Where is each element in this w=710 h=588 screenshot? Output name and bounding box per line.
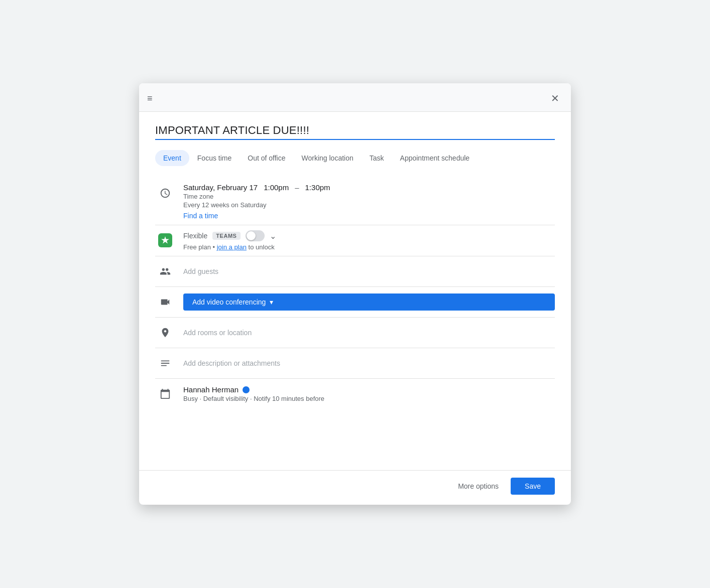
flexible-content: Flexible TEAMS ⌄ Free plan • join a plan… [183,230,555,251]
more-options-button[interactable]: More options [452,478,505,494]
description-content[interactable]: Add description or attachments [183,353,555,373]
free-plan-prefix: Free plan • [183,243,217,251]
add-video-conferencing-button[interactable]: Add video conferencing ▾ [183,293,555,311]
find-a-time-link[interactable]: Find a time [183,212,555,220]
event-dialog: ≡ ✕ Event Focus time Out of office Worki… [139,83,571,505]
close-icon[interactable]: ✕ [547,90,563,106]
tab-appointment-schedule[interactable]: Appointment schedule [392,150,478,166]
flexible-toggle-row: Flexible TEAMS ⌄ [183,230,555,241]
event-title-input[interactable] [155,124,555,140]
flexible-label: Flexible [183,232,207,240]
calendar-color-dot [243,386,250,393]
datetime-row: Saturday, February 17 1:00pm – 1:30pm Ti… [155,178,555,225]
guests-icon [155,261,175,281]
calendar-name-text: Hannah Herman [183,385,239,394]
tab-focus-time[interactable]: Focus time [189,150,240,166]
flexible-toggle[interactable] [246,230,265,241]
free-plan-line: Free plan • join a plan to unlock [183,243,555,251]
video-content: Add video conferencing ▾ [183,292,555,312]
guests-row[interactable]: Add guests [155,256,555,286]
hamburger-icon[interactable]: ≡ [147,93,153,104]
start-time: 1:00pm [264,183,289,192]
tabs-row: Event Focus time Out of office Working l… [155,150,555,166]
dialog-body: Event Focus time Out of office Working l… [139,112,571,470]
calendar-icon [155,384,175,404]
toggle-knob [247,231,256,240]
event-date: Saturday, February 17 [183,183,258,192]
video-row: Add video conferencing ▾ [155,287,555,317]
tab-event[interactable]: Event [155,150,189,166]
location-row[interactable]: Add rooms or location [155,318,555,348]
date-time-line[interactable]: Saturday, February 17 1:00pm – 1:30pm [183,183,555,192]
datetime-content: Saturday, February 17 1:00pm – 1:30pm Ti… [183,183,555,220]
tab-task[interactable]: Task [362,150,392,166]
description-icon [155,353,175,373]
free-plan-suffix: to unlock [247,243,275,251]
timezone-label[interactable]: Time zone [183,193,555,200]
end-time: 1:30pm [305,183,330,192]
flexible-row: Flexible TEAMS ⌄ Free plan • join a plan… [155,225,555,256]
location-placeholder: Add rooms or location [183,329,555,337]
location-content[interactable]: Add rooms or location [183,323,555,343]
time-dash: – [295,183,299,192]
dialog-header: ≡ ✕ [139,83,571,112]
calendar-sub-info: Busy · Default visibility · Notify 10 mi… [183,395,555,402]
ai-star-icon [155,230,175,250]
description-placeholder: Add description or attachments [183,359,555,367]
calendar-owner-name: Hannah Herman [183,385,555,394]
save-button[interactable]: Save [511,478,555,495]
dialog-footer: More options Save [139,470,571,505]
join-plan-link[interactable]: join a plan [217,243,247,251]
recurrence-label[interactable]: Every 12 weeks on Saturday [183,201,555,209]
chevron-down-icon[interactable]: ⌄ [270,231,276,241]
teams-badge: TEAMS [212,232,240,240]
guests-placeholder: Add guests [183,267,555,275]
description-row[interactable]: Add description or attachments [155,348,555,378]
video-btn-label: Add video conferencing [192,298,266,306]
calendar-row[interactable]: Hannah Herman Busy · Default visibility … [155,379,555,409]
form-rows: Saturday, February 17 1:00pm – 1:30pm Ti… [155,178,555,409]
guests-content[interactable]: Add guests [183,261,555,281]
tab-out-of-office[interactable]: Out of office [240,150,293,166]
video-icon [155,292,175,312]
clock-icon [155,183,175,203]
location-icon [155,323,175,343]
video-btn-arrow: ▾ [270,298,273,306]
calendar-content: Hannah Herman Busy · Default visibility … [183,384,555,404]
tab-working-location[interactable]: Working location [294,150,362,166]
